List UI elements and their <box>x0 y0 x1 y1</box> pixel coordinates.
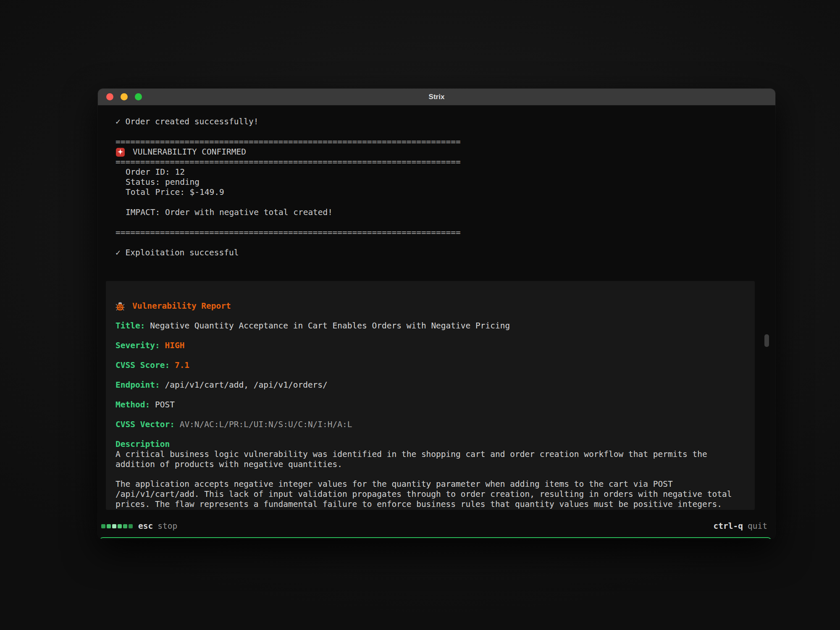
quit-hint: ctrl-q quit <box>714 521 767 531</box>
order-status-line: Status: pending <box>116 177 775 187</box>
field-value: 7.1 <box>175 360 189 370</box>
description-heading: Description <box>116 439 748 449</box>
strix-window: Strix ✓ Order created successfully! ====… <box>98 89 775 539</box>
report-field-endpoint: Endpoint: /api/v1/cart/add, /api/v1/orde… <box>116 380 748 390</box>
command-input[interactable]: > <box>99 537 772 539</box>
terminal-output: ✓ Order created successfully! ==========… <box>98 106 775 258</box>
window-controls <box>106 89 142 105</box>
scrollbar-thumb[interactable] <box>764 334 769 347</box>
window-title: Strix <box>429 93 445 101</box>
spinner <box>101 524 133 528</box>
report-heading-text: Vulnerability Report <box>132 301 231 311</box>
field-value: /api/v1/cart/add, /api/v1/orders/ <box>165 380 327 390</box>
order-success-line: ✓ Order created successfully! <box>116 117 775 127</box>
order-id-line: Order ID: 12 <box>116 167 775 177</box>
field-value: AV:N/AC:L/PR:L/UI:N/S:U/C:N/I:H/A:L <box>180 420 352 429</box>
minimize-button[interactable] <box>121 93 128 100</box>
quit-key-hint: ctrl-q <box>714 521 743 531</box>
separator-line: ========================================… <box>116 137 775 147</box>
status-bar: esc stop ctrl-q quit <box>101 521 767 531</box>
field-label: Endpoint: <box>116 380 160 390</box>
report-field-severity: Severity: HIGH <box>116 341 748 351</box>
ladybug-icon <box>116 302 125 311</box>
close-button[interactable] <box>106 93 113 100</box>
field-label: CVSS Score: <box>116 360 170 370</box>
report-field-title: Title: Negative Quantity Acceptance in C… <box>116 321 748 331</box>
field-label: Title: <box>116 321 145 331</box>
total-price-line: Total Price: $-149.9 <box>116 187 775 197</box>
stop-action-label: stop <box>158 521 177 531</box>
field-label: Method: <box>116 400 150 410</box>
field-value: HIGH <box>165 341 184 350</box>
field-label: CVSS Vector: <box>116 420 175 429</box>
description-paragraph: A critical business logic vulnerability … <box>116 449 748 470</box>
terminal-body: ✓ Order created successfully! ==========… <box>98 106 775 539</box>
esc-key-hint: esc <box>138 521 153 531</box>
titlebar: Strix <box>98 89 775 105</box>
separator-line: ========================================… <box>116 228 775 238</box>
impact-line: IMPACT: Order with negative total create… <box>116 207 775 218</box>
description-section: Description A critical business logic vu… <box>116 439 748 509</box>
siren-icon <box>116 147 125 157</box>
vulnerability-confirmed-heading: VULNERABILITY CONFIRMED <box>116 147 775 157</box>
field-value: POST <box>155 400 175 410</box>
field-label: Severity: <box>116 341 160 350</box>
report-field-cvss-vector: CVSS Vector: AV:N/AC:L/PR:L/UI:N/S:U/C:N… <box>116 420 748 430</box>
zoom-button[interactable] <box>135 93 142 100</box>
field-value: Negative Quantity Acceptance in Cart Ena… <box>150 321 510 331</box>
confirmed-heading-text: VULNERABILITY CONFIRMED <box>133 147 246 157</box>
separator-line: ========================================… <box>116 157 775 167</box>
report-heading: Vulnerability Report <box>116 301 748 311</box>
description-paragraph: The application accepts negative integer… <box>116 479 748 509</box>
report-field-method: Method: POST <box>116 400 748 410</box>
quit-action-label: quit <box>748 521 767 531</box>
exploitation-success-line: ✓ Exploitation successful <box>116 248 775 258</box>
report-field-cvss-score: CVSS Score: 7.1 <box>116 360 748 370</box>
vulnerability-report-panel: Vulnerability Report Title: Negative Qua… <box>106 281 755 510</box>
